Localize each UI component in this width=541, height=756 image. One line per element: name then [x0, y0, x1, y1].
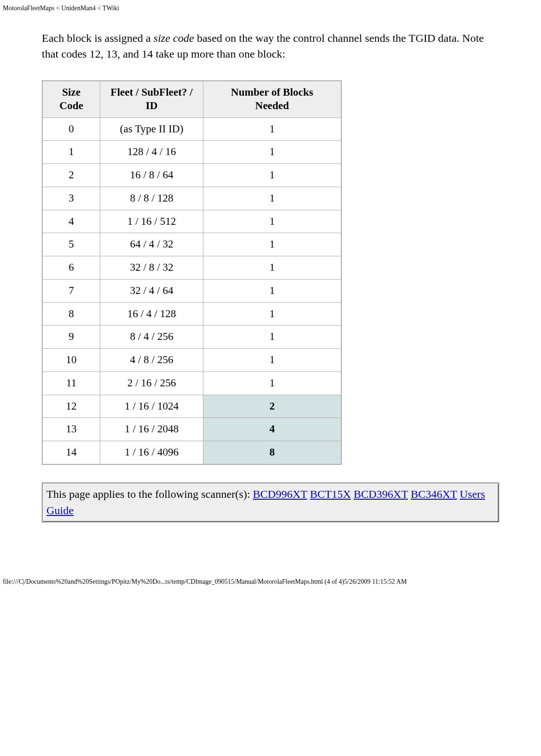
cell-size-code: 12: [42, 395, 100, 418]
header-path: MotorolaFleetMaps < UnidenMan4 < TWiki: [3, 5, 541, 12]
cell-fleet: 32 / 8 / 32: [100, 256, 203, 280]
cell-fleet: (as Type II ID): [100, 117, 203, 141]
cell-blocks: 2: [203, 395, 341, 418]
table-row: 141 / 16 / 40968: [42, 441, 341, 464]
cell-fleet: 4 / 8 / 256: [100, 349, 203, 372]
cell-fleet: 8 / 4 / 256: [100, 326, 203, 349]
table-row: 816 / 4 / 1281: [42, 302, 341, 326]
cell-size-code: 13: [42, 418, 100, 441]
cell-size-code: 2: [42, 164, 100, 187]
applies-lead: This page applies to the following scann…: [46, 488, 253, 500]
cell-blocks: 1: [203, 233, 341, 256]
cell-size-code: 5: [42, 233, 100, 256]
link-bcd396xt[interactable]: BCD396XT: [353, 488, 408, 500]
cell-blocks: 1: [203, 210, 341, 233]
cell-blocks: 8: [203, 441, 341, 464]
cell-size-code: 6: [42, 256, 100, 280]
table-row: 112 / 16 / 2561: [42, 371, 341, 395]
table-row: 1128 / 4 / 161: [42, 141, 341, 164]
cell-size-code: 8: [42, 302, 100, 326]
cell-size-code: 7: [42, 279, 100, 302]
table-row: 632 / 8 / 321: [42, 256, 341, 280]
cell-blocks: 1: [203, 141, 341, 164]
cell-fleet: 128 / 4 / 16: [100, 141, 203, 164]
cell-fleet: 1 / 16 / 4096: [100, 441, 203, 464]
cell-blocks: 1: [203, 256, 341, 280]
cell-size-code: 10: [42, 349, 100, 372]
cell-blocks: 1: [203, 279, 341, 302]
cell-fleet: 32 / 4 / 64: [100, 279, 203, 302]
cell-fleet: 1 / 16 / 2048: [100, 418, 203, 441]
intro-text-pre: Each block is assigned a: [42, 32, 154, 44]
cell-size-code: 14: [42, 441, 100, 464]
cell-fleet: 1 / 16 / 1024: [100, 395, 203, 418]
cell-size-code: 3: [42, 187, 100, 210]
cell-blocks: 1: [203, 371, 341, 395]
cell-blocks: 1: [203, 326, 341, 349]
cell-size-code: 9: [42, 326, 100, 349]
cell-blocks: 1: [203, 349, 341, 372]
th-size-b: Code: [59, 100, 83, 111]
cell-blocks: 1: [203, 302, 341, 326]
th-fleet-b: ID: [146, 100, 158, 111]
applies-box: This page applies to the following scann…: [42, 482, 499, 522]
table-row: 98 / 4 / 2561: [42, 326, 341, 349]
table-row: 0(as Type II ID)1: [42, 117, 341, 141]
cell-fleet: 8 / 8 / 128: [100, 187, 203, 210]
cell-blocks: 4: [203, 418, 341, 441]
th-blocks-a: Number of Blocks: [231, 86, 313, 98]
cell-size-code: 11: [42, 371, 100, 395]
cell-size-code: 1: [42, 141, 100, 164]
cell-fleet: 16 / 4 / 128: [100, 302, 203, 326]
cell-blocks: 1: [203, 164, 341, 187]
link-bct15x[interactable]: BCT15X: [310, 488, 351, 500]
cell-fleet: 1 / 16 / 512: [100, 210, 203, 233]
table-row: 131 / 16 / 20484: [42, 418, 341, 441]
intro-paragraph: Each block is assigned a size code based…: [42, 31, 499, 62]
cell-blocks: 1: [203, 117, 341, 141]
cell-size-code: 0: [42, 117, 100, 141]
table-row: 216 / 8 / 641: [42, 164, 341, 187]
table-row: 104 / 8 / 2561: [42, 349, 341, 372]
link-bc346xt[interactable]: BC346XT: [411, 488, 457, 500]
footer-path: file:///C|/Documents%20and%20Settings/PO…: [3, 578, 541, 586]
th-fleet-a: Fleet / SubFleet? /: [111, 86, 193, 98]
table-row: 121 / 16 / 10242: [42, 395, 341, 418]
th-blocks-b: Needed: [255, 100, 289, 111]
intro-size-code: size code: [154, 32, 194, 44]
th-size-a: Size: [62, 86, 81, 98]
cell-size-code: 4: [42, 210, 100, 233]
table-row: 564 / 4 / 321: [42, 233, 341, 256]
cell-fleet: 64 / 4 / 32: [100, 233, 203, 256]
table-row: 41 / 16 / 5121: [42, 210, 341, 233]
cell-blocks: 1: [203, 187, 341, 210]
cell-fleet: 2 / 16 / 256: [100, 371, 203, 395]
table-row: 38 / 8 / 1281: [42, 187, 341, 210]
cell-fleet: 16 / 8 / 64: [100, 164, 203, 187]
size-code-table: Size Code Fleet / SubFleet? / ID Number …: [42, 80, 342, 465]
table-row: 732 / 4 / 641: [42, 279, 341, 302]
link-bcd996xt[interactable]: BCD996XT: [253, 488, 307, 500]
